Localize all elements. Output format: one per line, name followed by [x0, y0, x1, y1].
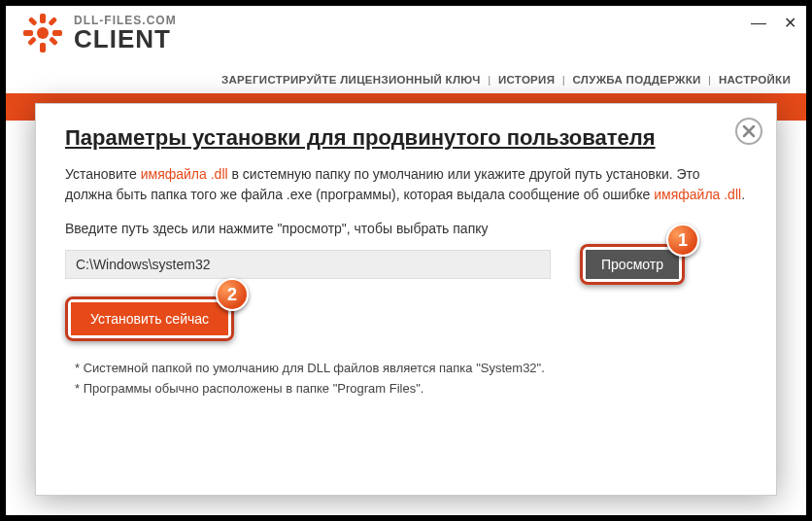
path-input-label: Введите путь здесь или нажмите "просмотр…: [65, 221, 747, 236]
nav-links: ЗАРЕГИСТРИРУЙТЕ ЛИЦЕНЗИОННЫЙ КЛЮЧ | ИСТО…: [6, 54, 806, 93]
svg-rect-3: [23, 30, 33, 36]
hint-line-2: * Программы обычно расположены в папке "…: [75, 379, 747, 399]
hints: * Системной папкой по умолчанию для DLL …: [75, 359, 747, 399]
minimize-button[interactable]: —: [751, 15, 766, 32]
desc-prefix: Установите: [65, 166, 141, 182]
brand-bottom-text: CLIENT: [74, 26, 177, 52]
desc-suffix: .: [741, 187, 745, 202]
svg-rect-8: [27, 36, 37, 46]
svg-rect-5: [28, 17, 38, 26]
modal-description: Установите имяфайла .dll в системную пап…: [65, 164, 747, 205]
nav-history[interactable]: ИСТОРИЯ: [498, 74, 555, 86]
app-window: DLL-FILES.COM CLIENT — ✕ ЗАРЕГИСТРИРУЙТЕ…: [0, 0, 812, 521]
close-window-button[interactable]: ✕: [784, 14, 796, 32]
modal-title: Параметры установки для продвинутого пол…: [65, 125, 747, 151]
annotation-marker-1: 1: [666, 224, 699, 257]
nav-sep: |: [484, 74, 494, 86]
nav-register[interactable]: ЗАРЕГИСТРИРУЙТЕ ЛИЦЕНЗИОННЫЙ КЛЮЧ: [221, 74, 481, 86]
hint-line-1: * Системной папкой по умолчанию для DLL …: [75, 359, 747, 379]
install-options-modal: Параметры установки для продвинутого пол…: [35, 103, 777, 496]
path-input-row: Просмотр 1: [65, 244, 747, 285]
svg-rect-7: [48, 17, 57, 26]
svg-rect-2: [40, 43, 46, 52]
close-icon: [742, 124, 756, 138]
svg-rect-6: [49, 36, 58, 46]
install-now-button[interactable]: Установить сейчас: [71, 302, 228, 335]
nav-support[interactable]: СЛУЖБА ПОДДЕРЖКИ: [573, 74, 701, 86]
svg-rect-4: [52, 30, 62, 36]
install-path-input[interactable]: [65, 250, 551, 279]
logo-icon: [21, 12, 64, 54]
svg-rect-1: [40, 14, 46, 23]
filename-placeholder: имяфайла .dll: [141, 166, 228, 182]
browse-callout: Просмотр 1: [580, 244, 685, 285]
nav-settings[interactable]: НАСТРОЙКИ: [719, 74, 791, 86]
window-controls: — ✕: [751, 12, 796, 32]
annotation-marker-2: 2: [216, 278, 249, 311]
title-bar: DLL-FILES.COM CLIENT — ✕: [6, 6, 806, 54]
svg-point-0: [37, 27, 49, 39]
nav-sep: |: [704, 74, 715, 86]
filename-placeholder: имяфайла .dll: [654, 187, 741, 202]
modal-close-button[interactable]: [735, 118, 762, 145]
brand: DLL-FILES.COM CLIENT: [21, 12, 177, 54]
browse-button[interactable]: Просмотр: [586, 250, 679, 279]
install-callout: Установить сейчас 2: [65, 296, 234, 341]
nav-sep: |: [558, 74, 569, 86]
